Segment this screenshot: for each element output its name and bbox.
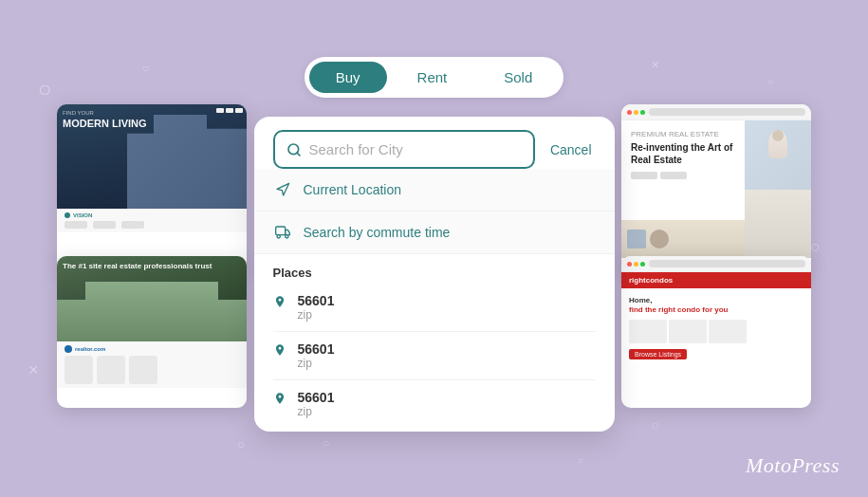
commute-time-option[interactable]: Search by commute time: [254, 212, 615, 254]
place-info-3: 56601 zip: [298, 390, 335, 418]
main-container: Buy Rent Sold Cancel: [0, 0, 868, 497]
search-input[interactable]: [309, 141, 522, 157]
svg-line-1: [297, 153, 300, 156]
commute-time-label: Search by commute time: [304, 225, 451, 240]
tab-rent[interactable]: Rent: [391, 62, 474, 93]
place-row-3[interactable]: 56601 zip: [273, 380, 596, 428]
svg-rect-3: [275, 227, 285, 235]
search-input-row: Cancel: [254, 117, 615, 169]
place-type-3: zip: [298, 405, 335, 418]
location-pin-icon-3: [273, 392, 286, 409]
motopress-logo: MotoPress: [746, 453, 840, 478]
place-name-2: 56601: [298, 341, 335, 357]
location-pin-icon-1: [273, 295, 286, 312]
current-location-label: Current Location: [304, 182, 402, 197]
navigation-icon: [273, 182, 292, 197]
cancel-button[interactable]: Cancel: [546, 142, 596, 157]
svg-marker-2: [277, 183, 289, 195]
place-info-1: 56601 zip: [298, 293, 335, 322]
place-type-1: zip: [298, 308, 335, 322]
place-info-2: 56601 zip: [298, 341, 335, 370]
places-section: Places 56601 zip: [254, 254, 615, 432]
places-heading: Places: [273, 266, 596, 280]
dropdown-content: Current Location Search by commute time: [254, 169, 615, 432]
location-pin-icon-2: [273, 343, 286, 360]
place-name-1: 56601: [298, 293, 335, 308]
svg-point-5: [285, 235, 287, 238]
tab-buy[interactable]: Buy: [309, 62, 387, 93]
current-location-option[interactable]: Current Location: [254, 169, 615, 212]
place-row-2[interactable]: 56601 zip: [273, 332, 596, 380]
place-type-2: zip: [298, 357, 335, 370]
svg-point-4: [277, 235, 280, 238]
search-box[interactable]: [273, 130, 535, 169]
car-icon: [273, 225, 292, 240]
tab-sold[interactable]: Sold: [477, 62, 559, 93]
place-row[interactable]: 56601 zip: [273, 284, 596, 332]
search-icon: [286, 142, 302, 157]
tab-group: Buy Rent Sold: [305, 57, 564, 98]
search-dropdown-card: Cancel Current Location: [254, 117, 615, 432]
place-name-3: 56601: [298, 390, 335, 405]
